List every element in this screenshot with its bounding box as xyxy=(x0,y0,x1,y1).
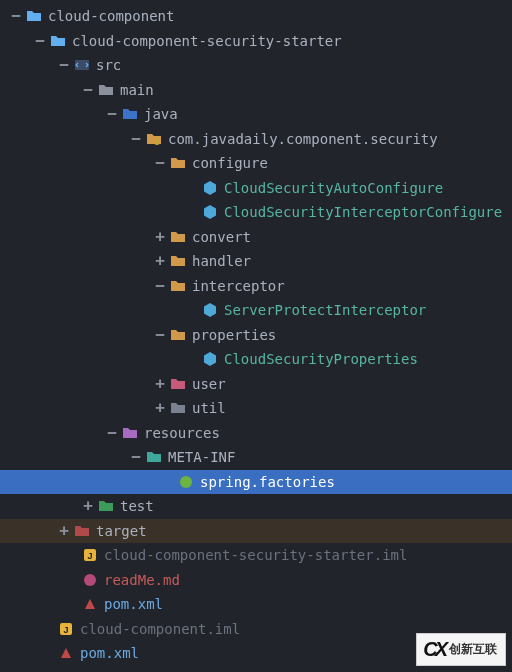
tree-label: user xyxy=(190,376,226,392)
tree-label: readMe.md xyxy=(102,572,180,588)
spring-icon xyxy=(176,474,196,490)
class-icon xyxy=(200,351,220,367)
tree-row-util[interactable]: + util xyxy=(0,396,512,421)
tree-row-test[interactable]: + test xyxy=(0,494,512,519)
expand-icon[interactable]: + xyxy=(152,253,168,269)
folder-icon xyxy=(48,33,68,49)
package-icon xyxy=(168,327,188,343)
tree-row-server-protect[interactable]: ServerProtectInterceptor xyxy=(0,298,512,323)
collapse-icon[interactable]: − xyxy=(32,33,48,49)
tree-label: pom.xml xyxy=(102,596,163,612)
svg-point-2 xyxy=(180,476,192,488)
collapse-icon[interactable]: − xyxy=(104,106,120,122)
maven-icon xyxy=(80,596,100,612)
svg-text:J: J xyxy=(63,625,68,635)
tree-row-meta-inf[interactable]: − META-INF xyxy=(0,445,512,470)
folder-icon xyxy=(144,449,164,465)
svg-point-1 xyxy=(154,139,160,145)
tree-label: cloud-component xyxy=(46,8,174,24)
idea-module-icon: J xyxy=(56,621,76,637)
tree-row-cloud-sec-props[interactable]: CloudSecurityProperties xyxy=(0,347,512,372)
watermark-logo: CX 创新互联 xyxy=(416,633,506,666)
folder-icon xyxy=(24,8,44,24)
tree-label: interceptor xyxy=(190,278,285,294)
tree-row-cloud-component[interactable]: − cloud-component xyxy=(0,4,512,29)
tree-label: spring.factories xyxy=(198,474,335,490)
expand-icon[interactable]: + xyxy=(152,400,168,416)
tree-row-interceptor[interactable]: − interceptor xyxy=(0,274,512,299)
tree-row-src[interactable]: − src xyxy=(0,53,512,78)
expand-icon[interactable]: + xyxy=(152,376,168,392)
collapse-icon[interactable]: − xyxy=(8,8,24,24)
tree-label: src xyxy=(94,57,121,73)
tree-label: pom.xml xyxy=(78,645,139,661)
tree-row-spring-factories[interactable]: spring.factories xyxy=(0,470,512,495)
tree-row-convert[interactable]: + convert xyxy=(0,225,512,250)
tree-label: resources xyxy=(142,425,220,441)
tree-row-autoconfigure[interactable]: CloudSecurityAutoConfigure xyxy=(0,176,512,201)
expand-icon[interactable]: + xyxy=(80,498,96,514)
svg-rect-0 xyxy=(75,60,89,70)
module-icon xyxy=(72,57,92,73)
maven-icon xyxy=(56,645,76,661)
tree-label: cloud-component.iml xyxy=(78,621,240,637)
source-folder-icon xyxy=(120,106,140,122)
idea-module-icon: J xyxy=(80,547,100,563)
svg-text:J: J xyxy=(87,551,92,561)
tree-label: cloud-component-security-starter xyxy=(70,33,342,49)
tree-label: properties xyxy=(190,327,276,343)
tree-row-handler[interactable]: + handler xyxy=(0,249,512,274)
tree-label: java xyxy=(142,106,178,122)
tree-label: main xyxy=(118,82,154,98)
logo-mark: CX xyxy=(423,638,445,661)
tree-label: cloud-component-security-starter.iml xyxy=(102,547,407,563)
package-icon xyxy=(168,229,188,245)
tree-label: CloudSecurityAutoConfigure xyxy=(222,180,443,196)
tree-row-readme[interactable]: readMe.md xyxy=(0,568,512,593)
collapse-icon[interactable]: − xyxy=(128,449,144,465)
tree-row-resources[interactable]: − resources xyxy=(0,421,512,446)
tree-row-properties[interactable]: − properties xyxy=(0,323,512,348)
collapse-icon[interactable]: − xyxy=(152,327,168,343)
tree-label: handler xyxy=(190,253,251,269)
tree-row-main[interactable]: − main xyxy=(0,78,512,103)
tree-row-interceptor-configure[interactable]: CloudSecurityInterceptorConfigure xyxy=(0,200,512,225)
tree-label: configure xyxy=(190,155,268,171)
markdown-icon xyxy=(80,572,100,588)
class-icon xyxy=(200,180,220,196)
tree-label: ServerProtectInterceptor xyxy=(222,302,426,318)
test-folder-icon xyxy=(96,498,116,514)
class-icon xyxy=(200,302,220,318)
tree-row-package[interactable]: − com.javadaily.component.security xyxy=(0,127,512,152)
tree-label: com.javadaily.component.security xyxy=(166,131,438,147)
expand-icon[interactable]: + xyxy=(152,229,168,245)
collapse-icon[interactable]: − xyxy=(128,131,144,147)
collapse-icon[interactable]: − xyxy=(152,155,168,171)
package-icon xyxy=(144,131,164,147)
collapse-icon[interactable]: − xyxy=(152,278,168,294)
tree-row-java[interactable]: − java xyxy=(0,102,512,127)
tree-row-starter[interactable]: − cloud-component-security-starter xyxy=(0,29,512,54)
tree-label: META-INF xyxy=(166,449,235,465)
package-icon xyxy=(168,400,188,416)
svg-point-5 xyxy=(84,574,96,586)
folder-icon xyxy=(96,82,116,98)
expand-icon[interactable]: + xyxy=(56,523,72,539)
tree-label: CloudSecurityInterceptorConfigure xyxy=(222,204,502,220)
package-icon xyxy=(168,253,188,269)
tree-row-target[interactable]: + target xyxy=(0,519,512,544)
logo-text: 创新互联 xyxy=(449,641,497,658)
resources-folder-icon xyxy=(120,425,140,441)
package-icon xyxy=(168,376,188,392)
excluded-folder-icon xyxy=(72,523,92,539)
tree-row-configure[interactable]: − configure xyxy=(0,151,512,176)
package-icon xyxy=(168,155,188,171)
tree-row-pom-starter[interactable]: pom.xml xyxy=(0,592,512,617)
tree-label: convert xyxy=(190,229,251,245)
collapse-icon[interactable]: − xyxy=(56,57,72,73)
tree-row-iml-starter[interactable]: J cloud-component-security-starter.iml xyxy=(0,543,512,568)
collapse-icon[interactable]: − xyxy=(104,425,120,441)
tree-row-user[interactable]: + user xyxy=(0,372,512,397)
tree-label: target xyxy=(94,523,147,539)
collapse-icon[interactable]: − xyxy=(80,82,96,98)
